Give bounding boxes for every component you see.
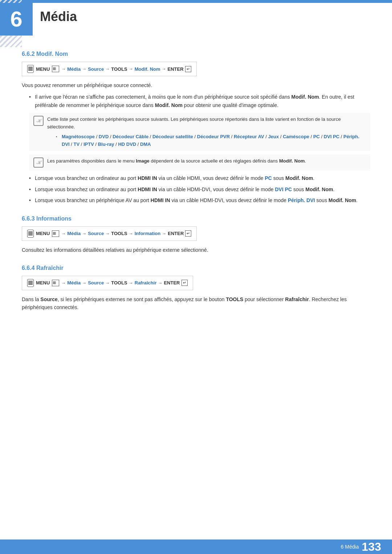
footer-bar: 6 Média 133 bbox=[0, 539, 392, 554]
footer-page-number: 133 bbox=[362, 541, 381, 553]
extra-bullet-3: Lorsque vous branchez un périphérique AV… bbox=[29, 196, 370, 204]
note-icon-1: 𝒦 bbox=[33, 116, 44, 126]
footer-section-label: 6 Média bbox=[341, 544, 359, 550]
nav-path-663: MENU ▦ → Média → Source → TOOLS → Inform… bbox=[22, 226, 197, 241]
enter-icon-664: ↵ bbox=[181, 280, 188, 286]
section-663-intro: Consultez les informations détaillées re… bbox=[22, 246, 370, 254]
enter-icon-662: ↵ bbox=[185, 66, 191, 72]
section-662-bullets: Il arrive que l'écran ne s'affiche pas c… bbox=[22, 93, 370, 109]
section-662-intro: Vous pouvez renommer un périphérique sou… bbox=[22, 81, 370, 89]
main-content: 6.6.2 Modif. Nom MENU ▦ → Média → Source… bbox=[22, 51, 370, 337]
section-662-extra-bullets: Lorsque vous branchez un ordinateur au p… bbox=[22, 174, 370, 204]
section-663: 6.6.3 Informations MENU ▦ → Média → Sour… bbox=[22, 216, 370, 254]
section-663-heading: 6.6.3 Informations bbox=[22, 216, 370, 222]
note-box-2: 𝒦 Les paramètres disponibles dans le men… bbox=[29, 155, 370, 171]
chapter-number: 6 bbox=[10, 8, 22, 30]
note-icon-2: 𝒦 bbox=[33, 157, 44, 168]
remote-icon-662 bbox=[27, 65, 34, 73]
section-664-heading: 6.6.4 Rafraîchir bbox=[22, 265, 370, 271]
nav-path-664: MENU ▦ → Média → Source → TOOLS → Rafraî… bbox=[22, 276, 193, 290]
enter-icon-663: ↵ bbox=[185, 230, 191, 237]
nav-path-662: MENU ▦ → Média → Source → TOOLS → Modif.… bbox=[22, 62, 197, 76]
sub-bullet-list-1: Magnétoscope / DVD / Décodeur Câble / Dé… bbox=[47, 133, 366, 148]
section-662-heading: 6.6.2 Modif. Nom bbox=[22, 51, 370, 57]
note-text-1: Cette liste peut contenir les périphériq… bbox=[47, 116, 366, 148]
section-662: 6.6.2 Modif. Nom MENU ▦ → Média → Source… bbox=[22, 51, 370, 205]
sub-bullet-item-1: Magnétoscope / DVD / Décodeur Câble / Dé… bbox=[56, 133, 366, 148]
chapter-title: Média bbox=[40, 9, 77, 24]
section-664: 6.6.4 Rafraîchir MENU ▦ → Média → Source… bbox=[22, 265, 370, 312]
section-664-intro: Dans la Source, si les périphériques ext… bbox=[22, 295, 370, 312]
extra-bullet-2: Lorsque vous branchez un ordinateur au p… bbox=[29, 185, 370, 193]
remote-icon-664 bbox=[27, 279, 34, 287]
extra-bullet-1: Lorsque vous branchez un ordinateur au p… bbox=[29, 174, 370, 182]
chapter-number-box: 6 bbox=[0, 3, 33, 36]
remote-icon-663 bbox=[27, 230, 34, 238]
note-text-2: Les paramètres disponibles dans le menu … bbox=[47, 157, 306, 165]
bullet-item-1: Il arrive que l'écran ne s'affiche pas c… bbox=[29, 93, 370, 109]
note-box-1: 𝒦 Cette liste peut contenir les périphér… bbox=[29, 113, 370, 151]
top-bar bbox=[0, 0, 392, 3]
